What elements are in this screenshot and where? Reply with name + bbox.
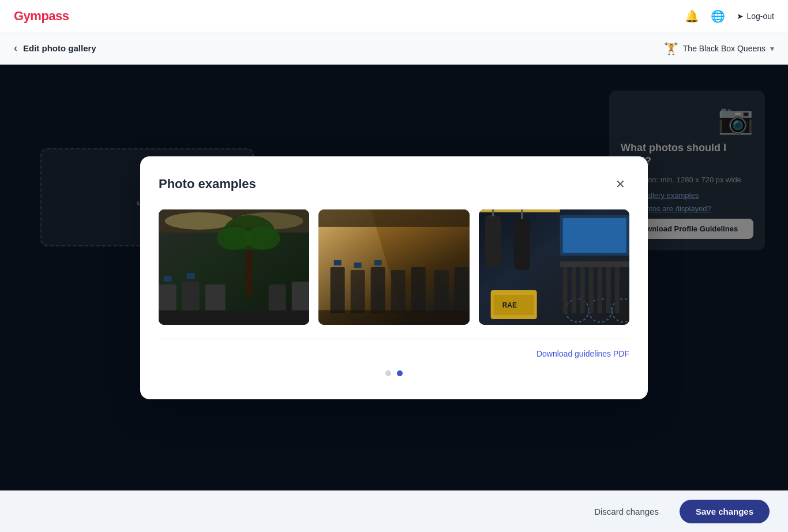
subnav-left: ‹ Edit photo gallery bbox=[14, 42, 96, 54]
svg-rect-29 bbox=[374, 260, 382, 265]
pagination-dot-2[interactable] bbox=[397, 370, 403, 376]
svg-point-3 bbox=[165, 212, 234, 230]
chevron-down-icon: ▾ bbox=[770, 44, 774, 53]
svg-rect-11 bbox=[205, 284, 226, 313]
svg-rect-54 bbox=[597, 267, 602, 313]
photo-item bbox=[159, 209, 309, 325]
gym-name: The Black Box Queens bbox=[683, 44, 766, 53]
svg-rect-41 bbox=[513, 218, 530, 270]
globe-icon[interactable]: 🌐 bbox=[711, 9, 725, 23]
svg-rect-19 bbox=[318, 209, 469, 227]
svg-text:RAE: RAE bbox=[502, 301, 516, 309]
gympass-logo: Gympass bbox=[14, 9, 69, 24]
svg-rect-16 bbox=[159, 310, 309, 325]
download-guidelines-pdf-link[interactable]: Download guidelines PDF bbox=[536, 349, 629, 358]
discard-changes-button[interactable]: Discard changes bbox=[583, 501, 670, 522]
main-content: 📷 What photos should I send? Resolution:… bbox=[0, 65, 788, 490]
close-icon: ✕ bbox=[616, 177, 625, 191]
modal-overlay: Photo examples ✕ bbox=[0, 65, 788, 490]
top-navigation: Gympass 🔔 🌐 ➤ Log-out bbox=[0, 0, 788, 32]
svg-rect-35 bbox=[562, 218, 626, 253]
gym-location-icon: 🏋 bbox=[664, 42, 678, 55]
pagination-dots bbox=[159, 370, 629, 376]
svg-point-8 bbox=[246, 227, 280, 250]
svg-rect-49 bbox=[560, 261, 629, 267]
logout-button[interactable]: ➤ Log-out bbox=[737, 12, 774, 21]
svg-rect-36 bbox=[479, 209, 560, 212]
modal-title: Photo examples bbox=[159, 177, 256, 192]
logout-arrow-icon: ➤ bbox=[737, 12, 744, 21]
svg-rect-52 bbox=[580, 267, 584, 313]
save-changes-button[interactable]: Save changes bbox=[680, 500, 770, 523]
svg-rect-21 bbox=[351, 270, 365, 313]
svg-rect-13 bbox=[292, 282, 309, 313]
svg-rect-15 bbox=[187, 273, 195, 279]
svg-rect-25 bbox=[434, 270, 449, 313]
gym-photo-3: RAE bbox=[479, 209, 629, 325]
photo-item bbox=[318, 209, 469, 325]
svg-rect-14 bbox=[164, 276, 172, 282]
svg-rect-22 bbox=[371, 267, 385, 313]
modal-close-button[interactable]: ✕ bbox=[611, 175, 629, 193]
svg-rect-10 bbox=[182, 282, 200, 313]
photo-grid: RAE bbox=[159, 209, 629, 325]
svg-rect-28 bbox=[354, 263, 362, 268]
photo-examples-modal: Photo examples ✕ bbox=[140, 156, 648, 399]
modal-divider bbox=[159, 339, 629, 339]
secondary-navigation: ‹ Edit photo gallery 🏋 The Black Box Que… bbox=[0, 32, 788, 65]
svg-rect-56 bbox=[614, 267, 619, 313]
notification-icon[interactable]: 🔔 bbox=[685, 9, 699, 23]
svg-rect-27 bbox=[334, 260, 342, 265]
modal-header: Photo examples ✕ bbox=[159, 175, 629, 193]
svg-rect-55 bbox=[606, 267, 610, 313]
page-title: Edit photo gallery bbox=[23, 43, 96, 53]
pagination-dot-1[interactable] bbox=[385, 370, 391, 376]
svg-rect-20 bbox=[331, 267, 345, 313]
photo-item: RAE bbox=[479, 209, 629, 325]
svg-rect-26 bbox=[455, 267, 469, 313]
svg-rect-53 bbox=[588, 267, 593, 313]
svg-rect-31 bbox=[318, 310, 469, 325]
gym-photo-1 bbox=[159, 209, 309, 325]
footer: Discard changes Save changes bbox=[0, 490, 788, 532]
svg-rect-23 bbox=[391, 270, 406, 313]
svg-rect-51 bbox=[571, 267, 576, 313]
svg-rect-24 bbox=[411, 267, 426, 313]
modal-download-section: Download guidelines PDF bbox=[159, 349, 629, 359]
back-arrow-icon[interactable]: ‹ bbox=[14, 42, 17, 54]
nav-right-actions: 🔔 🌐 ➤ Log-out bbox=[685, 9, 774, 23]
svg-rect-50 bbox=[562, 267, 567, 313]
svg-rect-12 bbox=[269, 284, 286, 313]
gym-selector[interactable]: 🏋 The Black Box Queens ▾ bbox=[664, 42, 774, 55]
svg-rect-39 bbox=[485, 215, 501, 267]
gym-photo-2 bbox=[318, 209, 469, 325]
svg-rect-9 bbox=[159, 284, 177, 313]
